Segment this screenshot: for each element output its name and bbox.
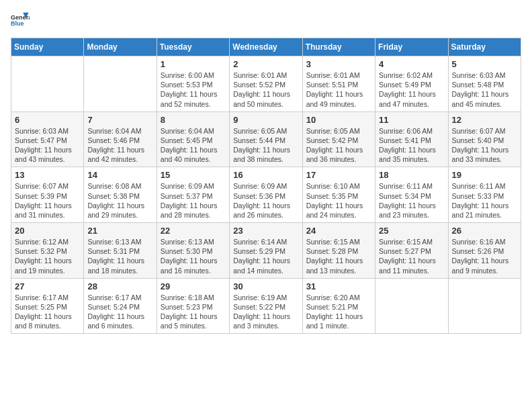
day-info: Sunrise: 6:13 AM Sunset: 5:30 PM Dayligh… <box>161 237 226 275</box>
day-number: 7 <box>87 115 152 125</box>
calendar-cell: 5 Sunrise: 6:03 AM Sunset: 5:48 PM Dayli… <box>448 56 521 112</box>
day-number: 9 <box>233 115 298 125</box>
day-info: Sunrise: 6:09 AM Sunset: 5:36 PM Dayligh… <box>233 181 298 220</box>
calendar-cell: 12 Sunrise: 6:07 AM Sunset: 5:40 PM Dayl… <box>448 111 521 167</box>
weekday-header: Wednesday <box>230 38 302 56</box>
calendar-cell: 30 Sunrise: 6:19 AM Sunset: 5:22 PM Dayl… <box>230 278 302 334</box>
day-number: 31 <box>306 281 371 291</box>
day-number: 22 <box>161 226 226 236</box>
day-number: 1 <box>161 59 226 69</box>
calendar-cell: 11 Sunrise: 6:06 AM Sunset: 5:41 PM Dayl… <box>375 111 448 167</box>
calendar-cell: 24 Sunrise: 6:15 AM Sunset: 5:28 PM Dayl… <box>302 223 375 279</box>
calendar-cell: 20 Sunrise: 6:12 AM Sunset: 5:32 PM Dayl… <box>11 223 84 279</box>
day-number: 12 <box>452 115 517 125</box>
day-info: Sunrise: 6:01 AM Sunset: 5:51 PM Dayligh… <box>306 71 371 109</box>
day-info: Sunrise: 6:08 AM Sunset: 5:38 PM Dayligh… <box>87 181 152 220</box>
day-number: 24 <box>306 226 371 236</box>
day-info: Sunrise: 6:06 AM Sunset: 5:41 PM Dayligh… <box>379 126 444 165</box>
day-info: Sunrise: 6:20 AM Sunset: 5:21 PM Dayligh… <box>306 293 371 331</box>
calendar-cell: 3 Sunrise: 6:01 AM Sunset: 5:51 PM Dayli… <box>302 56 375 112</box>
calendar-week-row: 6 Sunrise: 6:03 AM Sunset: 5:47 PM Dayli… <box>11 111 521 167</box>
calendar-cell: 16 Sunrise: 6:09 AM Sunset: 5:36 PM Dayl… <box>230 167 302 223</box>
calendar-week-row: 20 Sunrise: 6:12 AM Sunset: 5:32 PM Dayl… <box>11 223 521 279</box>
calendar-cell: 4 Sunrise: 6:02 AM Sunset: 5:49 PM Dayli… <box>375 56 448 112</box>
calendar-cell <box>448 278 521 334</box>
calendar-cell <box>375 278 448 334</box>
day-info: Sunrise: 6:10 AM Sunset: 5:35 PM Dayligh… <box>306 181 371 220</box>
calendar-cell: 26 Sunrise: 6:16 AM Sunset: 5:26 PM Dayl… <box>448 223 521 279</box>
day-info: Sunrise: 6:01 AM Sunset: 5:52 PM Dayligh… <box>233 71 298 109</box>
day-info: Sunrise: 6:17 AM Sunset: 5:24 PM Dayligh… <box>87 293 152 331</box>
day-number: 13 <box>15 170 80 180</box>
day-info: Sunrise: 6:02 AM Sunset: 5:49 PM Dayligh… <box>379 71 444 109</box>
day-info: Sunrise: 6:15 AM Sunset: 5:28 PM Dayligh… <box>306 237 371 275</box>
logo: General Blue <box>11 11 30 30</box>
day-number: 11 <box>379 115 444 125</box>
calendar-cell: 28 Sunrise: 6:17 AM Sunset: 5:24 PM Dayl… <box>84 278 157 334</box>
calendar-cell: 25 Sunrise: 6:15 AM Sunset: 5:27 PM Dayl… <box>375 223 448 279</box>
day-number: 23 <box>233 226 298 236</box>
calendar-header-row: SundayMondayTuesdayWednesdayThursdayFrid… <box>11 38 521 56</box>
day-number: 30 <box>233 281 298 291</box>
weekday-header: Friday <box>375 38 448 56</box>
day-info: Sunrise: 6:12 AM Sunset: 5:32 PM Dayligh… <box>15 237 80 275</box>
day-info: Sunrise: 6:09 AM Sunset: 5:37 PM Dayligh… <box>161 181 226 220</box>
day-number: 3 <box>306 59 371 69</box>
day-number: 8 <box>161 115 226 125</box>
day-info: Sunrise: 6:07 AM Sunset: 5:39 PM Dayligh… <box>15 181 80 220</box>
day-number: 5 <box>452 59 517 69</box>
weekday-header: Monday <box>84 38 157 56</box>
page-header: General Blue <box>11 11 521 30</box>
day-number: 2 <box>233 59 298 69</box>
day-info: Sunrise: 6:18 AM Sunset: 5:23 PM Dayligh… <box>161 293 226 331</box>
day-info: Sunrise: 6:19 AM Sunset: 5:22 PM Dayligh… <box>233 293 298 331</box>
day-number: 20 <box>15 226 80 236</box>
day-info: Sunrise: 6:11 AM Sunset: 5:33 PM Dayligh… <box>452 181 517 220</box>
calendar-cell: 22 Sunrise: 6:13 AM Sunset: 5:30 PM Dayl… <box>157 223 229 279</box>
calendar-cell: 9 Sunrise: 6:05 AM Sunset: 5:44 PM Dayli… <box>230 111 302 167</box>
calendar-cell: 19 Sunrise: 6:11 AM Sunset: 5:33 PM Dayl… <box>448 167 521 223</box>
day-number: 6 <box>15 115 80 125</box>
calendar-cell: 17 Sunrise: 6:10 AM Sunset: 5:35 PM Dayl… <box>302 167 375 223</box>
calendar-cell: 31 Sunrise: 6:20 AM Sunset: 5:21 PM Dayl… <box>302 278 375 334</box>
calendar-cell: 18 Sunrise: 6:11 AM Sunset: 5:34 PM Dayl… <box>375 167 448 223</box>
weekday-header: Saturday <box>448 38 521 56</box>
day-info: Sunrise: 6:13 AM Sunset: 5:31 PM Dayligh… <box>87 237 152 275</box>
day-info: Sunrise: 6:03 AM Sunset: 5:47 PM Dayligh… <box>15 126 80 165</box>
calendar-cell: 21 Sunrise: 6:13 AM Sunset: 5:31 PM Dayl… <box>84 223 157 279</box>
day-number: 26 <box>452 226 517 236</box>
day-number: 25 <box>379 226 444 236</box>
calendar-cell: 29 Sunrise: 6:18 AM Sunset: 5:23 PM Dayl… <box>157 278 229 334</box>
calendar-cell: 2 Sunrise: 6:01 AM Sunset: 5:52 PM Dayli… <box>230 56 302 112</box>
day-info: Sunrise: 6:05 AM Sunset: 5:44 PM Dayligh… <box>233 126 298 165</box>
day-number: 28 <box>87 281 152 291</box>
day-info: Sunrise: 6:16 AM Sunset: 5:26 PM Dayligh… <box>452 237 517 275</box>
day-number: 14 <box>87 170 152 180</box>
day-info: Sunrise: 6:03 AM Sunset: 5:48 PM Dayligh… <box>452 71 517 109</box>
day-number: 21 <box>87 226 152 236</box>
day-number: 27 <box>15 281 80 291</box>
calendar-cell: 1 Sunrise: 6:00 AM Sunset: 5:53 PM Dayli… <box>157 56 229 112</box>
calendar-cell: 14 Sunrise: 6:08 AM Sunset: 5:38 PM Dayl… <box>84 167 157 223</box>
calendar-cell: 8 Sunrise: 6:04 AM Sunset: 5:45 PM Dayli… <box>157 111 229 167</box>
day-info: Sunrise: 6:04 AM Sunset: 5:45 PM Dayligh… <box>161 126 226 165</box>
day-number: 18 <box>379 170 444 180</box>
calendar-week-row: 13 Sunrise: 6:07 AM Sunset: 5:39 PM Dayl… <box>11 167 521 223</box>
day-info: Sunrise: 6:14 AM Sunset: 5:29 PM Dayligh… <box>233 237 298 275</box>
day-info: Sunrise: 6:17 AM Sunset: 5:25 PM Dayligh… <box>15 293 80 331</box>
day-info: Sunrise: 6:11 AM Sunset: 5:34 PM Dayligh… <box>379 181 444 220</box>
day-info: Sunrise: 6:00 AM Sunset: 5:53 PM Dayligh… <box>161 71 226 109</box>
day-number: 4 <box>379 59 444 69</box>
logo-icon: General Blue <box>11 11 30 30</box>
calendar-week-row: 27 Sunrise: 6:17 AM Sunset: 5:25 PM Dayl… <box>11 278 521 334</box>
day-info: Sunrise: 6:05 AM Sunset: 5:42 PM Dayligh… <box>306 126 371 165</box>
calendar-cell <box>84 56 157 112</box>
day-number: 15 <box>161 170 226 180</box>
calendar-cell: 15 Sunrise: 6:09 AM Sunset: 5:37 PM Dayl… <box>157 167 229 223</box>
calendar-week-row: 1 Sunrise: 6:00 AM Sunset: 5:53 PM Dayli… <box>11 56 521 112</box>
weekday-header: Sunday <box>11 38 84 56</box>
calendar-cell: 27 Sunrise: 6:17 AM Sunset: 5:25 PM Dayl… <box>11 278 84 334</box>
day-number: 16 <box>233 170 298 180</box>
calendar-cell: 13 Sunrise: 6:07 AM Sunset: 5:39 PM Dayl… <box>11 167 84 223</box>
calendar-cell <box>11 56 84 112</box>
